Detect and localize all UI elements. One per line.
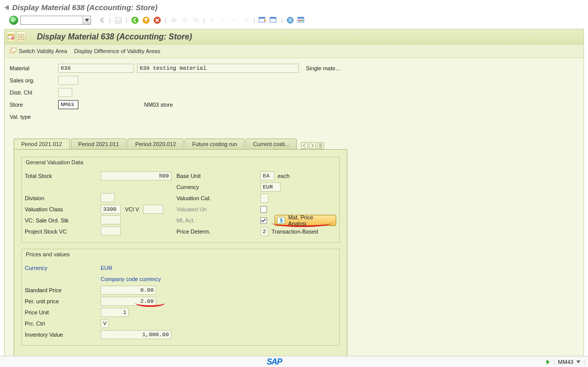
- total-stock-label: Total Stock: [25, 173, 101, 179]
- status-dropdown-icon[interactable]: [576, 360, 580, 363]
- price-unit-field: 1: [101, 308, 129, 317]
- tab-scroll-right-icon[interactable]: [309, 142, 316, 149]
- distr-chl-field: [58, 88, 72, 97]
- exit-icon[interactable]: [142, 16, 151, 25]
- switch-validity-label: Switch Validity Area: [19, 48, 67, 54]
- inventory-value-field: 1,000.00: [101, 330, 171, 339]
- tab-period-2021-011[interactable]: Period 2021.011: [71, 139, 127, 149]
- svg-text:?: ?: [289, 18, 292, 23]
- generate-shortcut-icon[interactable]: [269, 16, 278, 25]
- vc-sale-ord-label: VC: Sale Ord. Stk: [25, 217, 101, 223]
- inventory-value-label: Inventory Value: [25, 332, 101, 338]
- last-page-icon: [241, 16, 250, 25]
- svg-point-23: [11, 36, 14, 39]
- valuated-un-label: Valuated Un: [176, 206, 260, 212]
- material-label: Material: [10, 65, 58, 71]
- prc-ctrl-field: V: [101, 319, 109, 328]
- window-titlebar: Display Material 638 (Accounting: Store): [0, 0, 588, 14]
- company-code-currency-label[interactable]: Company code currency: [101, 276, 161, 282]
- per-unit-price-label: Per. unit price: [25, 298, 101, 304]
- vcl-v-field: [143, 205, 163, 214]
- layout-menu-icon[interactable]: [297, 16, 306, 25]
- command-dropdown-icon[interactable]: [82, 16, 91, 24]
- single-material-text: Single mate…: [306, 65, 341, 71]
- svg-rect-19: [299, 20, 301, 21]
- price-determ-label: Price Determ.: [176, 228, 260, 235]
- window-title: Display Material 638 (Accounting: Store): [12, 3, 158, 12]
- status-bar: SAP | MM43 |: [0, 356, 588, 367]
- vcl-v-label: VCl V: [125, 206, 139, 212]
- sap-logo: SAP: [266, 357, 282, 366]
- price-determ-field: 2: [260, 227, 268, 236]
- panel-icon-2[interactable]: [17, 31, 26, 42]
- status-tcode: MM43: [558, 359, 574, 365]
- help-icon[interactable]: ?: [286, 16, 295, 25]
- prices-currency-val: EUR: [101, 265, 171, 271]
- page-down-icon: [230, 16, 239, 25]
- svg-rect-26: [12, 48, 16, 52]
- switch-validity-area-button[interactable]: Switch Validity Area: [10, 48, 67, 55]
- base-unit-label: Base Unit: [176, 173, 260, 179]
- prc-ctrl-label: Prc. Ctrl: [25, 320, 101, 327]
- valuation-class-field: 3300: [101, 205, 121, 214]
- store-desc: NM03 store: [144, 102, 173, 108]
- svg-rect-12: [259, 17, 265, 19]
- svg-rect-2: [116, 18, 119, 20]
- tab-current-costing[interactable]: Current costi...: [246, 139, 297, 149]
- page-up-icon: [219, 16, 228, 25]
- material-id-field: 638: [58, 64, 134, 73]
- total-stock-field: 500: [101, 171, 171, 180]
- ml-act-label: ML Act.: [176, 217, 260, 223]
- mat-price-btn-label: Mat. Price Analysi: [288, 214, 331, 226]
- tab-scroll-left-icon[interactable]: [301, 142, 308, 149]
- division-label: Division: [25, 195, 101, 201]
- price-unit-label: Price Unit: [25, 309, 101, 315]
- display-diff-label: Display Difference of Validity Areas: [74, 48, 160, 54]
- find-next-icon: [192, 16, 201, 25]
- new-session-icon[interactable]: [258, 16, 267, 25]
- base-unit-text: each: [278, 173, 290, 179]
- back-icon: [97, 16, 106, 25]
- svg-point-8: [183, 18, 186, 22]
- prices-currency-label[interactable]: Currency: [25, 265, 101, 271]
- window-system-icon: [3, 4, 10, 11]
- panel-title: Display Material 638 (Accounting: Store): [28, 29, 192, 44]
- std-price-field: 0.00: [101, 286, 156, 295]
- tab-future-costing-run[interactable]: Future costing run: [185, 139, 245, 149]
- ml-act-checkbox: [260, 217, 267, 224]
- mat-price-analysis-button[interactable]: $ Mat. Price Analysi: [275, 215, 336, 226]
- tab-period-2021-012[interactable]: Period 2021.012: [14, 139, 70, 150]
- price-determ-text: Transaction-Based: [272, 228, 318, 235]
- svg-rect-22: [8, 34, 14, 36]
- header-form: Material 638 638 testing material Single…: [5, 58, 583, 128]
- tabstrip: Period 2021.012 Period 2021.011 Period 2…: [5, 128, 583, 362]
- tab-period-2020-012[interactable]: Period 2020.012: [127, 139, 184, 149]
- sales-org-field: [58, 76, 78, 85]
- currency-field: EUR: [260, 182, 281, 192]
- main-panel: Display Material 638 (Accounting: Store)…: [4, 29, 584, 366]
- display-diff-button[interactable]: Display Difference of Validity Areas: [74, 48, 160, 54]
- back-nav-icon[interactable]: [130, 16, 140, 25]
- vc-sale-ord-field: [101, 215, 121, 224]
- tab-panel: General Valuation Data Total Stock 500 B…: [14, 149, 347, 362]
- enter-button[interactable]: [9, 16, 18, 25]
- project-stock-field: [101, 226, 121, 236]
- tab-list-icon[interactable]: [317, 142, 324, 149]
- standard-toolbar: | | | | | | ?: [0, 14, 588, 29]
- svg-rect-7: [172, 18, 175, 20]
- store-field[interactable]: NM03: [58, 100, 78, 109]
- currency-label: Currency: [176, 184, 260, 190]
- valuation-cat-field: [260, 194, 268, 203]
- gvd-title: General Valuation Data: [22, 157, 339, 167]
- prices-group: Prices and values Currency EUR Company c…: [21, 249, 340, 346]
- panel-icon-1[interactable]: [7, 31, 16, 42]
- general-valuation-group: General Valuation Data Total Stock 500 B…: [21, 157, 340, 243]
- print-icon: [169, 16, 178, 25]
- cancel-icon[interactable]: [153, 16, 162, 25]
- base-unit-field: EA: [260, 171, 275, 180]
- command-field[interactable]: [20, 16, 91, 25]
- first-page-icon: [208, 16, 217, 25]
- svg-rect-18: [298, 17, 304, 19]
- switch-icon: [10, 48, 17, 55]
- project-stock-label: Project Stock VC: [25, 228, 101, 235]
